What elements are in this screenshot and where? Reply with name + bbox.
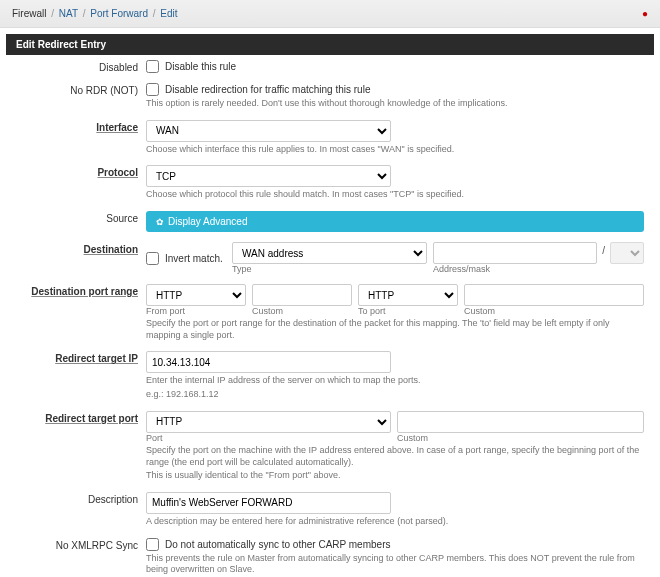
interface-select[interactable]: WAN	[146, 120, 391, 142]
redirect-port-help2: This is usually identical to the "From p…	[146, 470, 644, 482]
breadcrumb: Firewall / NAT / Port Forward / Edit ●	[0, 0, 660, 28]
redirect-port-select[interactable]: HTTP	[146, 411, 391, 433]
redirect-ip-help1: Enter the internal IP address of the ser…	[146, 375, 644, 387]
destination-label: Destination	[16, 242, 146, 255]
to-custom-input	[464, 284, 644, 306]
crumb-edit[interactable]: Edit	[160, 8, 177, 19]
to-port-select[interactable]: HTTP	[358, 284, 458, 306]
redirect-port-sublabel: Port	[146, 433, 391, 443]
protocol-help: Choose which protocol this rule should m…	[146, 189, 644, 201]
redirect-port-help1: Specify the port on the machine with the…	[146, 445, 644, 468]
redirect-port-label: Redirect target port	[16, 411, 146, 424]
description-input[interactable]	[146, 492, 391, 514]
description-help: A description may be entered here for ad…	[146, 516, 644, 528]
invert-match-label: Invert match.	[165, 253, 223, 264]
redirect-port-custom-sublabel: Custom	[397, 433, 644, 443]
redirect-ip-help2: e.g.: 192.168.1.12	[146, 389, 644, 401]
xmlrpc-label: No XMLRPC Sync	[16, 538, 146, 551]
nordr-label: No RDR (NOT)	[16, 83, 146, 96]
destination-address-input	[433, 242, 597, 264]
xmlrpc-help: This prevents the rule on Master from au…	[146, 553, 644, 576]
from-custom-sublabel: Custom	[252, 306, 352, 316]
nordr-checkbox[interactable]	[146, 83, 159, 96]
from-custom-input	[252, 284, 352, 306]
help-icon[interactable]: ●	[642, 8, 648, 19]
nordr-check-label: Disable redirection for traffic matching…	[165, 84, 370, 95]
dest-port-range-label: Destination port range	[16, 284, 146, 297]
display-advanced-button[interactable]: Display Advanced	[146, 211, 644, 232]
from-port-select[interactable]: HTTP	[146, 284, 246, 306]
destination-address-sublabel: Address/mask	[433, 264, 644, 274]
disabled-check-label: Disable this rule	[165, 61, 236, 72]
to-port-sublabel: To port	[358, 306, 458, 316]
crumb-firewall: Firewall	[12, 8, 46, 19]
xmlrpc-check-label: Do not automatically sync to other CARP …	[165, 539, 390, 550]
panel-title: Edit Redirect Entry	[6, 34, 654, 55]
protocol-select[interactable]: TCP	[146, 165, 391, 187]
disabled-label: Disabled	[16, 60, 146, 73]
invert-match-checkbox[interactable]	[146, 252, 159, 265]
source-label: Source	[16, 211, 146, 224]
interface-help: Choose which interface this rule applies…	[146, 144, 644, 156]
gear-icon	[156, 216, 164, 227]
redirect-ip-label: Redirect target IP	[16, 351, 146, 364]
redirect-ip-input[interactable]	[146, 351, 391, 373]
destination-type-sublabel: Type	[232, 264, 427, 274]
crumb-port-forward[interactable]: Port Forward	[90, 8, 148, 19]
from-port-sublabel: From port	[146, 306, 246, 316]
crumb-nat[interactable]: NAT	[59, 8, 78, 19]
destination-type-select[interactable]: WAN address	[232, 242, 427, 264]
to-custom-sublabel: Custom	[464, 306, 644, 316]
protocol-label: Protocol	[16, 165, 146, 178]
disabled-checkbox[interactable]	[146, 60, 159, 73]
redirect-port-custom-input	[397, 411, 644, 433]
description-label: Description	[16, 492, 146, 505]
nordr-help: This option is rarely needed. Don't use …	[146, 98, 644, 110]
xmlrpc-checkbox[interactable]	[146, 538, 159, 551]
interface-label: Interface	[16, 120, 146, 133]
destination-mask-select	[610, 242, 644, 264]
dpr-help: Specify the port or port range for the d…	[146, 318, 644, 341]
